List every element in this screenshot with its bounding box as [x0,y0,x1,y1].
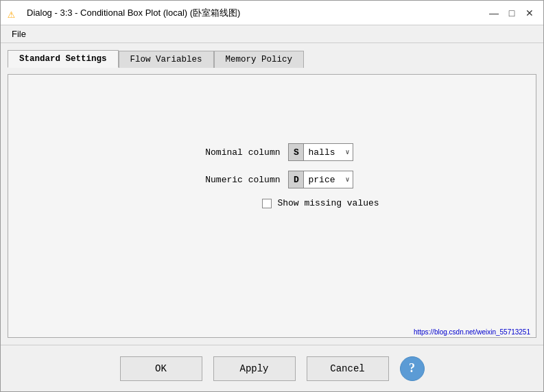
numeric-column-icon: D [289,171,304,188]
nominal-column-value: halls [304,147,345,158]
nominal-column-arrow: ∨ [345,148,352,156]
file-menu[interactable]: File [6,27,32,40]
help-button[interactable]: ? [400,356,425,381]
nominal-column-row: Nominal column S halls ∨ [191,143,353,161]
maximize-button[interactable]: □ [505,6,519,20]
nominal-column-dropdown[interactable]: S halls ∨ [288,143,353,161]
numeric-column-dropdown[interactable]: D price ∨ [288,171,353,188]
tab-bar: Standard Settings Flow Variables Memory … [8,50,536,68]
menu-bar: File [1,25,543,43]
show-missing-row: Show missing values [262,198,379,208]
title-bar: ⚠ Dialog - 3:3 - Conditional Box Plot (l… [1,1,543,25]
close-button[interactable]: ✕ [523,6,536,20]
numeric-column-row: Numeric column D price ∨ [191,171,353,188]
nominal-column-label: Nominal column [191,147,280,158]
warning-icon: ⚠ [8,6,21,20]
minimize-button[interactable]: — [487,6,501,20]
show-missing-label: Show missing values [277,198,379,208]
tab-standard-settings[interactable]: Standard Settings [8,50,119,68]
title-bar-left: ⚠ Dialog - 3:3 - Conditional Box Plot (l… [8,6,240,20]
apply-button[interactable]: Apply [213,356,296,381]
nominal-column-icon: S [289,144,304,160]
window-title: Dialog - 3:3 - Conditional Box Plot (loc… [27,7,240,19]
show-missing-checkbox[interactable] [262,199,272,208]
bottom-bar: OK Apply Cancel ? [1,345,543,391]
cancel-button[interactable]: Cancel [307,356,389,381]
tab-content-standard: Nominal column S halls ∨ Numeric column … [8,74,536,338]
numeric-column-label: Numeric column [191,175,280,185]
dialog-window: ⚠ Dialog - 3:3 - Conditional Box Plot (l… [0,0,544,392]
tab-memory-policy[interactable]: Memory Policy [214,51,305,68]
watermark: https://blog.csdn.net/weixin_55713251 [414,328,530,336]
title-controls: — □ ✕ [487,6,536,20]
numeric-column-arrow: ∨ [345,175,352,184]
numeric-column-value: price [304,175,345,185]
settings-area: Nominal column S halls ∨ Numeric column … [22,143,522,208]
tab-flow-variables[interactable]: Flow Variables [119,51,214,68]
main-content: Standard Settings Flow Variables Memory … [1,43,543,345]
ok-button[interactable]: OK [120,356,202,381]
